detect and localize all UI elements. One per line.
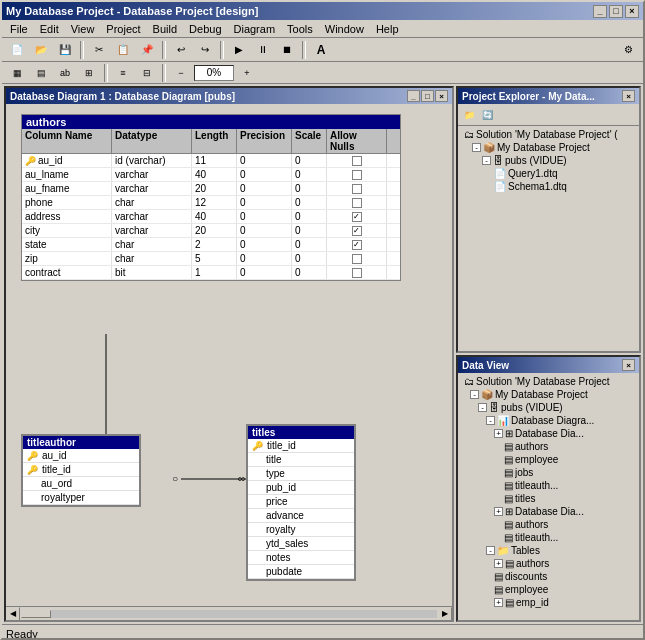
table-row[interactable]: city varchar 20 0 0 — [22, 224, 400, 238]
table-row[interactable]: type — [248, 467, 354, 481]
null-checkbox[interactable] — [352, 198, 362, 208]
diagram-maximize[interactable]: □ — [421, 90, 434, 102]
dv-tree-titles-1[interactable]: ▤ titles — [460, 492, 637, 505]
table-row[interactable]: price — [248, 495, 354, 509]
dv-expand-authors-table[interactable]: + — [494, 559, 503, 568]
diagram-close[interactable]: × — [435, 90, 448, 102]
maximize-button[interactable]: □ — [609, 5, 623, 18]
zoom-input[interactable]: 0% — [194, 65, 234, 81]
table-row[interactable]: 🔑 title_id — [23, 463, 139, 477]
null-checkbox[interactable] — [352, 254, 362, 264]
menu-edit[interactable]: Edit — [34, 22, 65, 36]
dv-tree-employee-table[interactable]: ▤ employee — [460, 583, 637, 596]
scroll-left[interactable]: ◀ — [6, 607, 20, 621]
open-button[interactable]: 📂 — [30, 40, 52, 60]
null-checkbox[interactable] — [352, 156, 362, 166]
menu-diagram[interactable]: Diagram — [228, 22, 282, 36]
menu-window[interactable]: Window — [319, 22, 370, 36]
table-row[interactable]: 🔑 au_id — [23, 449, 139, 463]
scroll-track-h[interactable] — [21, 610, 437, 618]
dv-expand-diagram2[interactable]: + — [494, 507, 503, 516]
dv-tree-authors-1[interactable]: ▤ authors — [460, 440, 637, 453]
table-row[interactable]: advance — [248, 509, 354, 523]
layout-button[interactable]: ⊟ — [136, 63, 158, 83]
pe-btn-1[interactable]: 📁 — [460, 106, 478, 124]
dv-expand-diagram1[interactable]: + — [494, 429, 503, 438]
scroll-right[interactable]: ▶ — [438, 607, 452, 621]
table-row[interactable]: pub_id — [248, 481, 354, 495]
diagram-minimize[interactable]: _ — [407, 90, 420, 102]
null-checkbox-checked[interactable] — [352, 212, 362, 222]
diagram-btn2[interactable]: ⊞ — [78, 63, 100, 83]
dv-expand-emp-id[interactable]: + — [494, 598, 503, 607]
copy-button[interactable]: 📋 — [112, 40, 134, 60]
table-row[interactable]: au_lname varchar 40 0 0 — [22, 168, 400, 182]
data-view-close[interactable]: × — [622, 359, 635, 371]
table-row[interactable]: au_ord — [23, 477, 139, 491]
menu-tools[interactable]: Tools — [281, 22, 319, 36]
table-button[interactable]: ▤ — [30, 63, 52, 83]
table-row[interactable]: state char 2 0 0 — [22, 238, 400, 252]
paste-button[interactable]: 📌 — [136, 40, 158, 60]
close-button[interactable]: × — [625, 5, 639, 18]
scroll-thumb-h[interactable] — [21, 610, 51, 618]
expand-pubs[interactable]: - — [482, 156, 491, 165]
dv-tree-discounts[interactable]: ▤ discounts — [460, 570, 637, 583]
data-view-tree[interactable]: 🗂 Solution 'My Database Project - 📦 My D… — [458, 373, 639, 620]
titleauthor-table[interactable]: titleauthor 🔑 au_id 🔑 title_id au_ord — [21, 434, 141, 507]
menu-project[interactable]: Project — [100, 22, 146, 36]
dv-tree-authors-table[interactable]: + ▤ authors — [460, 557, 637, 570]
table-row[interactable]: 🔑 au_id id (varchar) 11 0 0 — [22, 154, 400, 168]
diagram-scrollbar-h[interactable]: ◀ ▶ — [6, 606, 452, 620]
table-row[interactable]: zip char 5 0 0 — [22, 252, 400, 266]
text-button[interactable]: ab — [54, 63, 76, 83]
redo-button[interactable]: ↪ — [194, 40, 216, 60]
dv-expand-pubs[interactable]: - — [478, 403, 487, 412]
dv-tree-titleauth-2[interactable]: ▤ titleauth... — [460, 531, 637, 544]
tree-item-query1[interactable]: 📄 Query1.dtq — [460, 167, 637, 180]
pe-btn-2[interactable]: 🔄 — [478, 106, 496, 124]
menu-help[interactable]: Help — [370, 22, 405, 36]
font-button[interactable]: A — [310, 40, 332, 60]
dv-tree-diagram1[interactable]: + ⊞ Database Dia... — [460, 427, 637, 440]
table-row[interactable]: royalty — [248, 523, 354, 537]
table-row[interactable]: address varchar 40 0 0 — [22, 210, 400, 224]
dv-tree-authors-2[interactable]: ▤ authors — [460, 518, 637, 531]
titles-table[interactable]: titles 🔑 title_id title type — [246, 424, 356, 581]
tree-item-solution[interactable]: 🗂 Solution 'My Database Project' ( — [460, 128, 637, 141]
table-row[interactable]: royaltyper — [23, 491, 139, 505]
pause-button[interactable]: ⏸ — [252, 40, 274, 60]
dv-tree-project[interactable]: - 📦 My Database Project — [460, 388, 637, 401]
menu-build[interactable]: Build — [147, 22, 183, 36]
dv-expand-project[interactable]: - — [470, 390, 479, 399]
tree-item-project[interactable]: - 📦 My Database Project — [460, 141, 637, 154]
table-row[interactable]: contract bit 1 0 0 — [22, 266, 400, 280]
table-row[interactable]: au_fname varchar 20 0 0 — [22, 182, 400, 196]
null-checkbox-checked[interactable] — [352, 226, 362, 236]
authors-table[interactable]: authors Column Name Datatype Length Prec… — [21, 114, 401, 281]
tree-item-pubs[interactable]: - 🗄 pubs (VIDUE) — [460, 154, 637, 167]
table-row[interactable]: phone char 12 0 0 — [22, 196, 400, 210]
undo-button[interactable]: ↩ — [170, 40, 192, 60]
dv-tree-titleauth-1[interactable]: ▤ titleauth... — [460, 479, 637, 492]
menu-debug[interactable]: Debug — [183, 22, 227, 36]
project-explorer-close[interactable]: × — [622, 90, 635, 102]
grid-button[interactable]: ▦ — [6, 63, 28, 83]
save-button[interactable]: 💾 — [54, 40, 76, 60]
dv-tree-tables-folder[interactable]: - 📁 Tables — [460, 544, 637, 557]
table-row[interactable]: 🔑 title_id — [248, 439, 354, 453]
dv-tree-pubs[interactable]: - 🗄 pubs (VIDUE) — [460, 401, 637, 414]
expand-project[interactable]: - — [472, 143, 481, 152]
minimize-button[interactable]: _ — [593, 5, 607, 18]
dv-expand-tables[interactable]: - — [486, 546, 495, 555]
zoom-in-button[interactable]: + — [236, 63, 258, 83]
dv-tree-employee-1[interactable]: ▤ employee — [460, 453, 637, 466]
menu-view[interactable]: View — [65, 22, 101, 36]
table-row[interactable]: notes — [248, 551, 354, 565]
zoom-out-button[interactable]: − — [170, 63, 192, 83]
table-row[interactable]: pubdate — [248, 565, 354, 579]
menu-file[interactable]: File — [4, 22, 34, 36]
dv-tree-solution[interactable]: 🗂 Solution 'My Database Project — [460, 375, 637, 388]
stop-button[interactable]: ⏹ — [276, 40, 298, 60]
cut-button[interactable]: ✂ — [88, 40, 110, 60]
